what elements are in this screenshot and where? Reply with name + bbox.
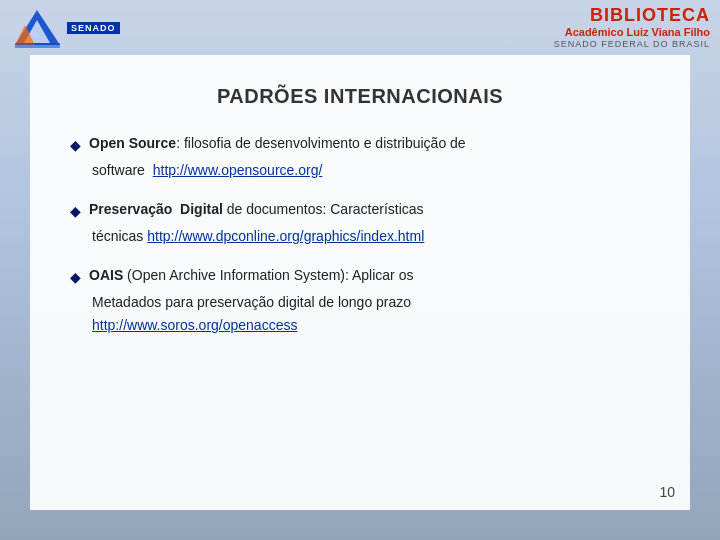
svg-rect-3 — [15, 43, 60, 48]
open-source-desc: : filosofia de desenvolvimento e distrib… — [176, 135, 466, 151]
open-source-link[interactable]: http://www.opensource.org/ — [153, 162, 323, 178]
content-area: PADRÕES INTERNACIONAIS ◆ Open Source: fi… — [30, 55, 690, 510]
senado-badge: SENADO — [67, 22, 120, 34]
bullet-open-source: ◆ Open Source: filosofia de desenvolvime… — [70, 133, 650, 181]
bullet-diamond-3: ◆ — [70, 267, 81, 288]
bullet-diamond-2: ◆ — [70, 201, 81, 222]
oais-strong: OAIS — [89, 267, 123, 283]
academico-subtitle: Acadêmico Luiz Viana Filho — [554, 26, 710, 39]
page-title: PADRÕES INTERNACIONAIS — [70, 85, 650, 108]
logo-area: SENADO — [10, 5, 120, 50]
preservacao-link[interactable]: http://www.dpconline.org/graphics/index.… — [147, 228, 424, 244]
oais-indent-1: Metadados para preservação digital de lo… — [70, 292, 650, 313]
preservacao-desc: de documentos: Características — [223, 201, 424, 217]
open-source-indent: software http://www.opensource.org/ — [70, 160, 650, 181]
oais-desc: (Open Archive Information System): Aplic… — [123, 267, 413, 283]
biblioteca-branding: BIBLIOTECA Acadêmico Luiz Viana Filho SE… — [554, 6, 710, 49]
bullet-oais: ◆ OAIS (Open Archive Information System)… — [70, 265, 650, 336]
oais-link[interactable]: http://www.soros.org/openaccess — [92, 317, 297, 333]
senado-logo — [10, 5, 65, 50]
biblioteca-title: BIBLIOTECA — [554, 6, 710, 26]
page-number: 10 — [659, 484, 675, 500]
bullet-diamond-1: ◆ — [70, 135, 81, 156]
open-source-strong: Open Source — [89, 135, 176, 151]
digital-strong: Digital — [180, 201, 223, 217]
preservacao-text: Preservação Digital de documentos: Carac… — [89, 199, 424, 220]
oais-indent-2: http://www.soros.org/openaccess — [70, 315, 650, 336]
open-source-text: Open Source: filosofia de desenvolviment… — [89, 133, 466, 154]
oais-text: OAIS (Open Archive Information System): … — [89, 265, 413, 286]
preservacao-strong: Preservação — [89, 201, 172, 217]
bullet-preservacao: ◆ Preservação Digital de documentos: Car… — [70, 199, 650, 247]
preservacao-indent: técnicas http://www.dpconline.org/graphi… — [70, 226, 650, 247]
header-bar: SENADO BIBLIOTECA Acadêmico Luiz Viana F… — [0, 0, 720, 55]
senado-federal-label: SENADO FEDERAL DO BRASIL — [554, 39, 710, 49]
